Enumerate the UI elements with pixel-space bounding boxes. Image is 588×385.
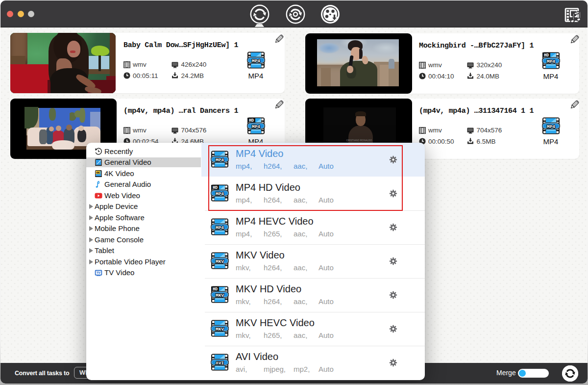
svg-text:HD: HD — [249, 118, 254, 123]
svg-text:HD: HD — [213, 287, 218, 292]
svg-text:MP4: MP4 — [547, 59, 555, 64]
svg-text:MP4: MP4 — [252, 58, 260, 64]
svg-text:4K: 4K — [96, 170, 100, 174]
svg-text:MKV: MKV — [216, 327, 224, 332]
svg-text:MP4: MP4 — [252, 124, 260, 129]
svg-text:MP4: MP4 — [216, 225, 224, 231]
svg-text:MKV: MKV — [216, 293, 224, 298]
svg-text:HD: HD — [544, 53, 549, 58]
svg-text:MP4: MP4 — [547, 124, 555, 129]
svg-text:MKV: MKV — [216, 259, 224, 264]
svg-text:TV: TV — [97, 271, 100, 274]
svg-text:AVI: AVI — [216, 360, 224, 366]
